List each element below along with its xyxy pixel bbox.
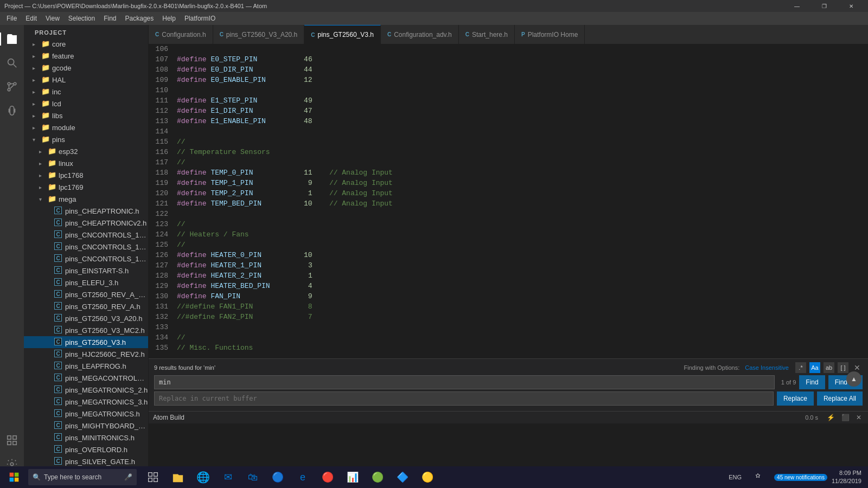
files-icon[interactable] xyxy=(0,27,24,51)
file-explorer-app[interactable] xyxy=(166,466,190,488)
app8[interactable]: 📊 xyxy=(341,466,365,488)
menu-item-platformio[interactable]: PlatformIO xyxy=(180,12,220,25)
taskview-button[interactable] xyxy=(141,466,165,488)
tree-item-pins_GT2560_REV_A[interactable]: Cpins_GT2560_REV_A.h xyxy=(24,300,148,312)
menu-item-selection[interactable]: Selection xyxy=(64,12,99,25)
tree-item-pins_GT2560_V3_MC2[interactable]: Cpins_GT2560_V3_MC2.h xyxy=(24,324,148,336)
debug-icon[interactable] xyxy=(0,99,24,123)
tree-item-pins_MEGACONTROLLER[interactable]: Cpins_MEGACONTROLLER.h xyxy=(24,372,148,384)
close-button[interactable]: ✕ xyxy=(839,0,864,12)
tree-item-lcd[interactable]: ▸📁lcd xyxy=(24,98,148,110)
code-area[interactable]: 1061071081091101111121131141151161171181… xyxy=(149,44,868,358)
tab-Configuration_adv_h[interactable]: CConfiguration_adv.h xyxy=(381,25,459,44)
tree-label: module xyxy=(52,124,75,132)
tree-label: lpc1769 xyxy=(59,183,84,191)
build-close-btn[interactable]: ✕ xyxy=(854,413,864,422)
replace-button[interactable]: Replace xyxy=(777,391,814,406)
tree-item-pins_LEAPFROG[interactable]: Cpins_LEAPFROG.h xyxy=(24,360,148,372)
tree-item-lpc1768[interactable]: ▸📁lpc1768 xyxy=(24,169,148,181)
tree-item-pins_GT2560_V3_A20[interactable]: Cpins_GT2560_V3_A20.h xyxy=(24,312,148,324)
tree-item-pins_GT2560_V3[interactable]: Cpins_GT2560_V3.h xyxy=(24,336,148,348)
scroll-top-button[interactable]: ▲ xyxy=(846,371,861,387)
source-control-icon[interactable] xyxy=(0,75,24,99)
tree-item-module[interactable]: ▸📁module xyxy=(24,121,148,133)
tree-item-esp32[interactable]: ▸📁esp32 xyxy=(24,145,148,157)
tree-item-pins_MIGHTYBOARD_REVE[interactable]: Cpins_MIGHTYBOARD_REVE.h xyxy=(24,420,148,432)
tree-item-pins[interactable]: ▾📁pins xyxy=(24,133,148,145)
tree-item-pins_CNCONTROLS_12[interactable]: Cpins_CNCONTROLS_12.h xyxy=(24,241,148,253)
menu-item-find[interactable]: Find xyxy=(99,12,120,25)
date-display: 11/28/2019 xyxy=(832,477,861,485)
line-number: 120 xyxy=(149,188,168,198)
whole-word-btn[interactable]: ab xyxy=(824,362,834,373)
taskbar-apps: 🌐 ✉ 🛍 🔵 e 🔴 📊 🟢 🔷 xyxy=(141,466,439,488)
tree-item-pins_HJC2560C_REV2[interactable]: Cpins_HJC2560C_REV2.h xyxy=(24,348,148,360)
tree-item-pins_CNCONTROLS_11[interactable]: Cpins_CNCONTROLS_11.h xyxy=(24,229,148,241)
tree-item-pins_CHEAPTRONIC[interactable]: Cpins_CHEAPTRONIC.h xyxy=(24,205,148,217)
menu-item-help[interactable]: Help xyxy=(158,12,180,25)
menu-item-edit[interactable]: Edit xyxy=(21,12,41,25)
tree-item-pins_CHEAPTRONICv2[interactable]: Cpins_CHEAPTRONICv2.h xyxy=(24,217,148,229)
regex-btn[interactable]: .* xyxy=(795,362,806,373)
find-button[interactable]: Find xyxy=(799,375,825,389)
chrome-app[interactable]: 🔵 xyxy=(266,466,290,488)
menu-item-packages[interactable]: Packages xyxy=(121,12,158,25)
tree-item-pins_MEGATRONICS_3[interactable]: Cpins_MEGATRONICS_3.h xyxy=(24,396,148,408)
notification-badge[interactable]: 45 new notifications xyxy=(774,474,827,481)
minimize-button[interactable]: — xyxy=(784,0,809,12)
app10[interactable]: 🔷 xyxy=(391,466,414,488)
tree-item-lpc1769[interactable]: ▸📁lpc1769 xyxy=(24,181,148,193)
taskbar-search[interactable]: 🔍 Type here to search 🎤 xyxy=(28,469,137,485)
app9[interactable]: 🟢 xyxy=(366,466,390,488)
store-app[interactable]: 🛍 xyxy=(241,466,265,488)
clock: 8:09 PM 11/28/2019 xyxy=(832,469,861,486)
line-number: 109 xyxy=(149,75,168,85)
tab-pins_GT2560_V3_h[interactable]: Cpins_GT2560_V3.h xyxy=(304,25,381,44)
tree-item-gcode[interactable]: ▸📁gcode xyxy=(24,62,148,74)
tree-item-pins_MEGATRONICS[interactable]: Cpins_MEGATRONICS.h xyxy=(24,408,148,420)
tab-Configuration_h[interactable]: CConfiguration.h xyxy=(149,25,213,44)
tab-Start_here_h[interactable]: CStart_here.h xyxy=(459,25,515,44)
browser-app[interactable]: 🌐 xyxy=(191,466,215,488)
mail-app[interactable]: ✉ xyxy=(216,466,240,488)
build-stop-btn[interactable]: ⬛ xyxy=(839,413,852,422)
tree-item-HAL[interactable]: ▸📁HAL xyxy=(24,74,148,86)
tree-item-pins_SILVER_GATE[interactable]: Cpins_SILVER_GATE.h xyxy=(24,455,148,467)
tree-item-core[interactable]: ▸📁core xyxy=(24,38,148,50)
line-number: 135 xyxy=(149,343,168,353)
extensions-icon[interactable] xyxy=(0,428,24,452)
maximize-button[interactable]: ❐ xyxy=(812,0,837,12)
tree-item-mega[interactable]: ▾📁mega xyxy=(24,193,148,205)
tree-item-pins_MINITRONICS[interactable]: Cpins_MINITRONICS.h xyxy=(24,432,148,444)
app11[interactable]: 🟡 xyxy=(416,466,439,488)
build-run-btn[interactable]: ⚡ xyxy=(825,413,837,422)
tree-item-feature[interactable]: ▸📁feature xyxy=(24,50,148,62)
tree-item-inc[interactable]: ▸📁inc xyxy=(24,86,148,98)
code-line xyxy=(177,44,868,54)
tree-item-pins_EINSTART-S[interactable]: Cpins_EINSTART-S.h xyxy=(24,265,148,277)
find-input[interactable] xyxy=(154,375,775,389)
tree-item-pins_MEGATRONICS_2[interactable]: Cpins_MEGATRONICS_2.h xyxy=(24,384,148,396)
tree-item-pins_ELEFU_3[interactable]: Cpins_ELEFU_3.h xyxy=(24,277,148,288)
tree-item-linux[interactable]: ▸📁linux xyxy=(24,157,148,169)
line-number: 113 xyxy=(149,116,168,126)
find-close-btn[interactable]: ✕ xyxy=(852,363,863,372)
menu-item-file[interactable]: File xyxy=(2,12,21,25)
tree-item-pins_OVERLORD[interactable]: Cpins_OVERLORD.h xyxy=(24,444,148,455)
case-sensitive-btn[interactable]: Aa xyxy=(809,362,820,373)
start-button[interactable] xyxy=(2,466,26,488)
tree-item-pins_GT2560_REV_A_PLUS[interactable]: Cpins_GT2560_REV_A_PLUS.h xyxy=(24,288,148,300)
edge-app[interactable]: e xyxy=(291,466,315,488)
tree-item-pins_CNCONTROLS_15[interactable]: Cpins_CNCONTROLS_15.h xyxy=(24,253,148,265)
tab-PlatformIO_Home[interactable]: PPlatformIO Home xyxy=(515,25,585,44)
search-icon[interactable] xyxy=(0,51,24,75)
menu-item-view[interactable]: View xyxy=(41,12,64,25)
tree-item-libs[interactable]: ▸📁libs xyxy=(24,110,148,121)
file-tree[interactable]: ▸📁core▸📁feature▸📁gcode▸📁HAL▸📁inc▸📁lcd▸📁l… xyxy=(24,38,148,476)
replace-all-button[interactable]: Replace All xyxy=(817,391,863,406)
system-tray[interactable] xyxy=(746,466,770,488)
app7[interactable]: 🔴 xyxy=(316,466,340,488)
tab-pins_GT2560_V3_A20_h[interactable]: Cpins_GT2560_V3_A20.h xyxy=(213,25,305,44)
selection-btn[interactable]: [ ] xyxy=(838,362,848,373)
replace-input[interactable] xyxy=(154,391,774,406)
